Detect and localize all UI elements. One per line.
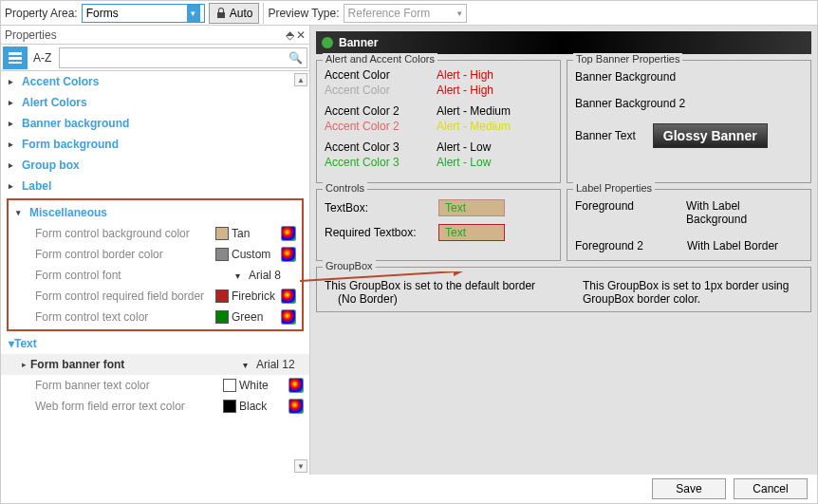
- color-picker-icon[interactable]: [288, 378, 304, 393]
- with-label-bg: With Label Background: [686, 199, 803, 226]
- cancel-button[interactable]: Cancel: [734, 478, 808, 499]
- preview-type-label: Preview Type:: [268, 7, 339, 20]
- color-picker-icon[interactable]: [281, 289, 296, 304]
- groupbox-legend: GroupBox: [323, 260, 376, 271]
- save-button[interactable]: Save: [652, 478, 726, 499]
- category-group-box[interactable]: ▸Group box: [1, 155, 309, 176]
- banner-title: Banner: [339, 36, 378, 49]
- color-picker-icon[interactable]: [281, 226, 296, 241]
- alert-row: Accent Color 2Alert - Medium: [325, 120, 552, 133]
- status-dot-icon: [322, 37, 333, 48]
- svg-rect-0: [9, 52, 22, 55]
- property-area-label: Property Area:: [5, 7, 78, 20]
- pin-icon[interactable]: ⬘: [286, 28, 294, 42]
- prop-form-control-border-color[interactable]: Form control border colorCustom: [9, 244, 302, 265]
- properties-title: Properties: [5, 28, 57, 42]
- color-picker-icon[interactable]: [281, 247, 296, 262]
- color-picker-icon[interactable]: [288, 399, 304, 414]
- auto-label: Auto: [230, 7, 253, 20]
- prop-web-form-field-error-text-color[interactable]: Web form field error text colorBlack: [1, 396, 309, 417]
- svg-rect-1: [9, 57, 22, 60]
- controls-legend: Controls: [323, 182, 367, 194]
- textbox-label: TextBox:: [325, 201, 429, 215]
- lock-icon: [215, 8, 227, 19]
- alert-row: Accent ColorAlert - High: [325, 84, 552, 97]
- scroll-up[interactable]: ▲: [294, 73, 307, 86]
- prop-form-control-background-color[interactable]: Form control background colorTan: [9, 223, 302, 244]
- search-input[interactable]: 🔍: [59, 47, 307, 68]
- auto-button[interactable]: Auto: [209, 3, 260, 24]
- groupbox-left-text: This GroupBox is set to the default bord…: [325, 279, 545, 292]
- alert-row: Accent Color 3Alert - Low: [325, 156, 552, 169]
- prop-form-control-required-field-border[interactable]: Form control required field borderFirebr…: [9, 286, 302, 307]
- preview-type-value: Reference Form: [348, 7, 431, 20]
- close-icon[interactable]: ✕: [296, 28, 306, 42]
- required-textbox-preview: Text: [438, 224, 505, 241]
- miscellaneous-group: ▾Miscellaneous Form control background c…: [7, 198, 304, 331]
- property-area-value: Forms: [86, 7, 119, 20]
- prop-form-control-text-color[interactable]: Form control text colorGreen: [9, 307, 302, 327]
- foreground-label: Foreground: [575, 199, 669, 226]
- with-label-border: With Label Border: [687, 239, 778, 252]
- foreground2-label: Foreground 2: [575, 239, 670, 252]
- banner-text-label: Banner Text: [575, 129, 636, 142]
- chevron-down-icon: ▾: [187, 5, 200, 22]
- prop-form-banner-text-color[interactable]: Form banner text colorWhite: [1, 375, 309, 396]
- chevron-down-icon: ▾: [457, 9, 462, 18]
- banner-bg2-label: Banner Background 2: [575, 97, 803, 110]
- category-text[interactable]: ▾Text: [1, 333, 309, 354]
- category-miscellaneous[interactable]: ▾Miscellaneous: [9, 202, 302, 223]
- groupbox-right-text: This GroupBox is set to 1px border using…: [583, 279, 803, 306]
- labelprops-legend: Label Properties: [573, 182, 655, 194]
- prop-form-banner-font[interactable]: ▸Form banner font▾Arial 12: [1, 354, 309, 375]
- svg-rect-2: [9, 62, 22, 64]
- az-sort[interactable]: A-Z: [28, 51, 57, 65]
- category-alert-colors[interactable]: ▸Alert Colors: [1, 92, 309, 113]
- search-icon: 🔍: [288, 51, 303, 65]
- color-picker-icon[interactable]: [281, 309, 296, 325]
- required-textbox-label: Required Textbox:: [325, 226, 429, 239]
- alert-row: Accent Color 2Alert - Medium: [325, 104, 552, 118]
- alert-row: Accent Color 3Alert - Low: [325, 140, 552, 154]
- textbox-preview: Text: [438, 199, 505, 216]
- categorized-button[interactable]: [3, 47, 28, 69]
- category-form-background[interactable]: ▸Form background: [1, 134, 309, 155]
- topbanner-legend: Top Banner Properties: [573, 53, 682, 65]
- category-label[interactable]: ▸Label: [1, 176, 309, 196]
- groupbox-left-sub: (No Border): [325, 292, 545, 306]
- preview-type-combo[interactable]: Reference Form ▾: [344, 4, 467, 23]
- category-accent-colors[interactable]: ▸Accent Colors: [1, 71, 309, 92]
- scroll-down[interactable]: ▼: [294, 459, 307, 473]
- property-area-combo[interactable]: Forms ▾: [82, 4, 205, 23]
- prop-form-control-font[interactable]: Form control font▾Arial 8: [9, 265, 302, 286]
- category-banner-background[interactable]: ▸Banner background: [1, 113, 309, 134]
- glossy-banner: Glossy Banner: [653, 123, 768, 148]
- alert-row: Accent ColorAlert - High: [325, 68, 552, 82]
- banner-bg-label: Banner Background: [575, 70, 803, 84]
- alert-legend: Alert and Accent Colors: [323, 53, 437, 65]
- preview-banner: Banner: [316, 31, 811, 54]
